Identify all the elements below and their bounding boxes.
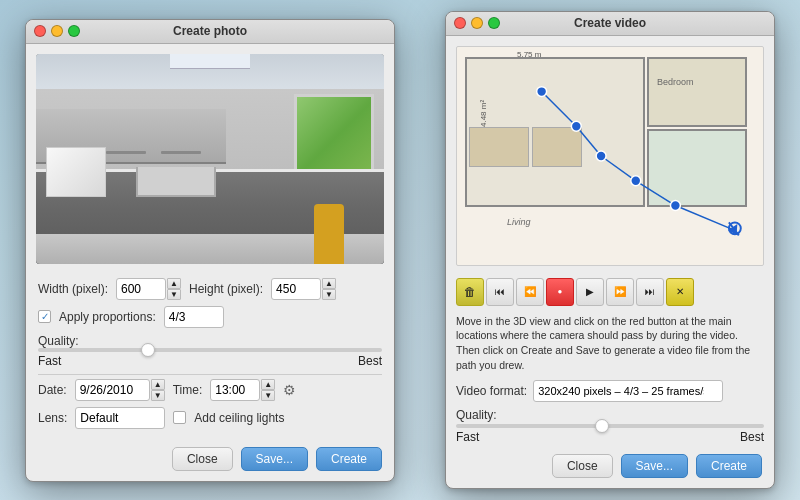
video-close-button[interactable]: Close xyxy=(552,454,613,478)
quality-best-label: Best xyxy=(358,354,382,368)
date-down[interactable]: ▼ xyxy=(151,390,165,401)
video-instruction: Move in the 3D view and click on the red… xyxy=(446,310,774,379)
fp-label-bedroom: Bedroom xyxy=(657,77,694,87)
photo-window-title: Create photo xyxy=(173,24,247,38)
proportions-label: Apply proportions: xyxy=(59,310,156,324)
floorplan-area: Living Bedroom 5.75 m 4.48 m² xyxy=(456,46,764,266)
date-stepper-btns[interactable]: ▲ ▼ xyxy=(151,379,165,401)
height-down[interactable]: ▼ xyxy=(322,289,336,300)
width-down[interactable]: ▼ xyxy=(167,289,181,300)
width-up[interactable]: ▲ xyxy=(167,278,181,289)
video-create-button[interactable]: Create xyxy=(696,454,762,478)
video-window-controls xyxy=(454,17,500,29)
trash-icon: 🗑 xyxy=(464,285,476,299)
appliance xyxy=(46,147,106,197)
delete-keyframe-button[interactable]: ✕ xyxy=(666,278,694,306)
format-select[interactable]: 320x240 pixels – 4/3 – 25 frames/s... 64… xyxy=(533,380,723,402)
svg-line-4 xyxy=(675,205,734,230)
time-label: Time: xyxy=(173,383,203,397)
height-up[interactable]: ▲ xyxy=(322,278,336,289)
quality-slider-track[interactable] xyxy=(38,348,382,352)
width-stepper[interactable]: ▲ ▼ xyxy=(116,278,181,300)
small-room-bottom xyxy=(647,129,747,207)
quality-section: Quality: Fast Best xyxy=(38,334,382,368)
divider-1 xyxy=(38,374,382,375)
lens-select[interactable]: Default xyxy=(75,407,165,429)
play-button[interactable]: ▶ xyxy=(576,278,604,306)
ceiling-checkbox[interactable] xyxy=(173,411,186,424)
photo-create-button[interactable]: Create xyxy=(316,447,382,471)
rewind-button[interactable]: ⏪ xyxy=(516,278,544,306)
create-photo-window: Create photo xyxy=(25,19,395,482)
height-input[interactable] xyxy=(271,278,321,300)
quality-slider-thumb[interactable] xyxy=(141,343,155,357)
photo-close-button[interactable]: Close xyxy=(172,447,233,471)
lens-row: Lens: Default Add ceiling lights xyxy=(38,407,382,429)
video-button-row: Close Save... Create xyxy=(446,448,774,488)
gear-icon[interactable]: ⚙ xyxy=(283,382,296,398)
width-input[interactable] xyxy=(116,278,166,300)
datetime-row: Date: ▲ ▼ Time: ▲ ▼ ⚙ xyxy=(38,379,382,401)
fast-forward-button[interactable]: ⏩ xyxy=(606,278,634,306)
quality-slider-row xyxy=(38,348,382,352)
height-stepper-btns[interactable]: ▲ ▼ xyxy=(322,278,336,300)
new-recording-button[interactable]: 🗑 xyxy=(456,278,484,306)
date-up[interactable]: ▲ xyxy=(151,379,165,390)
lens-label: Lens: xyxy=(38,411,67,425)
window-controls xyxy=(34,25,80,37)
instruction-text: Move in the 3D view and click on the red… xyxy=(456,315,750,371)
furniture-2 xyxy=(532,127,582,167)
dimensions-row: Width (pixel): ▲ ▼ Height (pixel): ▲ ▼ xyxy=(38,278,382,300)
width-stepper-btns[interactable]: ▲ ▼ xyxy=(167,278,181,300)
video-quality-fast: Fast xyxy=(456,430,479,444)
furniture-1 xyxy=(469,127,529,167)
fp-dim-2: 4.48 m² xyxy=(479,100,488,127)
time-stepper-btns[interactable]: ▲ ▼ xyxy=(261,379,275,401)
time-up[interactable]: ▲ xyxy=(261,379,275,390)
video-quality-labels: Fast Best xyxy=(456,430,764,444)
height-stepper[interactable]: ▲ ▼ xyxy=(271,278,336,300)
proportions-select-wrapper[interactable]: 4/3 16/9 xyxy=(164,306,224,328)
video-format-row: Video format: 320x240 pixels – 4/3 – 25 … xyxy=(446,378,774,404)
skip-to-end-button[interactable]: ⏭ xyxy=(636,278,664,306)
time-input[interactable] xyxy=(210,379,260,401)
quality-labels: Fast Best xyxy=(38,354,382,368)
record-button[interactable]: ● xyxy=(546,278,574,306)
kitchen-scene xyxy=(36,54,384,264)
photo-button-row: Close Save... Create xyxy=(26,441,394,481)
video-close-btn[interactable] xyxy=(454,17,466,29)
skip-to-start-button[interactable]: ⏮ xyxy=(486,278,514,306)
appliance-body xyxy=(47,148,105,196)
video-max-btn[interactable] xyxy=(488,17,500,29)
date-stepper[interactable]: ▲ ▼ xyxy=(75,379,165,401)
delete-key-icon: ✕ xyxy=(676,286,684,297)
quality-fast-label: Fast xyxy=(38,354,61,368)
width-label: Width (pixel): xyxy=(38,282,108,296)
photo-preview xyxy=(36,54,384,264)
proportions-select[interactable]: 4/3 16/9 xyxy=(164,306,224,328)
svg-point-11 xyxy=(729,222,741,234)
record-icon: ● xyxy=(558,287,563,296)
video-quality-section: Quality: Fast Best xyxy=(446,404,774,448)
time-stepper[interactable]: ▲ ▼ xyxy=(210,379,275,401)
proportions-checkbox[interactable]: ✓ xyxy=(38,310,51,323)
format-select-wrapper[interactable]: 320x240 pixels – 4/3 – 25 frames/s... 64… xyxy=(533,380,764,402)
video-min-btn[interactable] xyxy=(471,17,483,29)
photo-form: Width (pixel): ▲ ▼ Height (pixel): ▲ ▼ ✓… xyxy=(26,272,394,441)
svg-marker-10 xyxy=(728,221,742,235)
fp-dim-1: 5.75 m xyxy=(517,50,541,59)
photo-save-button[interactable]: Save... xyxy=(241,447,308,471)
video-quality-track[interactable] xyxy=(456,424,764,428)
fast-forward-icon: ⏩ xyxy=(614,286,626,297)
minimize-button[interactable] xyxy=(51,25,63,37)
proportions-row: ✓ Apply proportions: 4/3 16/9 xyxy=(38,306,382,328)
close-button[interactable] xyxy=(34,25,46,37)
date-input[interactable] xyxy=(75,379,150,401)
maximize-button[interactable] xyxy=(68,25,80,37)
video-quality-thumb[interactable] xyxy=(595,419,609,433)
video-save-button[interactable]: Save... xyxy=(621,454,688,478)
time-down[interactable]: ▼ xyxy=(261,390,275,401)
lens-select-wrapper[interactable]: Default xyxy=(75,407,165,429)
rewind-icon: ⏪ xyxy=(524,286,536,297)
date-label: Date: xyxy=(38,383,67,397)
